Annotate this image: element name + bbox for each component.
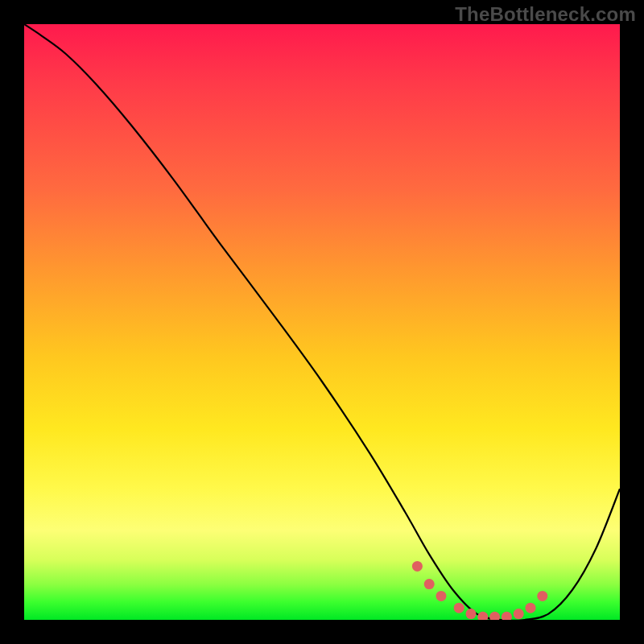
marker-dot <box>526 603 536 613</box>
watermark-text: TheBottleneck.com <box>455 3 636 26</box>
plot-area <box>24 24 620 620</box>
marker-dot <box>514 609 524 619</box>
bottleneck-curve-line <box>24 24 620 620</box>
marker-dot <box>454 603 464 613</box>
marker-dot <box>412 561 423 572</box>
marker-dot <box>466 609 477 619</box>
curve-svg <box>24 24 620 620</box>
chart-frame: TheBottleneck.com <box>0 0 644 644</box>
highlight-markers <box>412 561 547 620</box>
marker-dot <box>502 612 512 620</box>
marker-dot <box>436 591 447 601</box>
marker-dot <box>537 591 547 601</box>
marker-dot <box>477 612 488 620</box>
marker-dot <box>489 612 500 620</box>
marker-dot <box>424 579 435 589</box>
